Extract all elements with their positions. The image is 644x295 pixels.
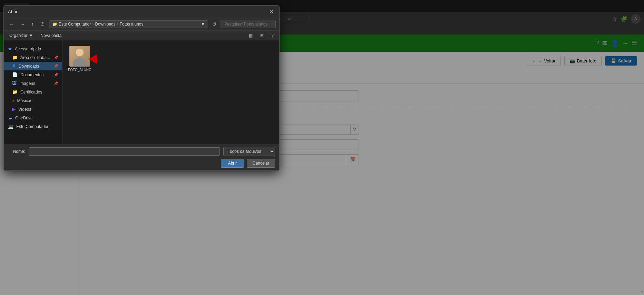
path-root: Este Computador [59, 22, 91, 27]
file-open-dialog: Abrir ✕ ← → ↑ ⏱ 📁 Este Computador › Down… [3, 5, 280, 171]
dialog-up-btn[interactable]: ↑ [29, 20, 36, 28]
path-dropdown-icon: ▼ [201, 22, 205, 27]
dialog-path[interactable]: 📁 Este Computador › Downloads › Fotos al… [49, 20, 208, 28]
file-grid: FOTO_ALUNO [66, 44, 276, 74]
file-item-foto-aluno[interactable]: FOTO_ALUNO [66, 44, 94, 74]
sidebar-downloads[interactable]: ⬇ Downloads 📌 [4, 62, 62, 70]
dialog-title: Abrir [8, 9, 17, 14]
documents-label: Documentos [20, 72, 43, 77]
dialog-body: ★ Acesso rápido 📁 Área de Traba... 📌 ⬇ D… [4, 40, 279, 144]
pin-icon: 📌 [54, 56, 58, 59]
pc-icon: 💻 [8, 124, 13, 129]
music-label: Músicas [17, 98, 32, 103]
dialog-sidebar: ★ Acesso rápido 📁 Área de Traba... 📌 ⬇ D… [4, 40, 62, 144]
dialog-forward-btn[interactable]: → [18, 20, 27, 28]
dialog-main: FOTO_ALUNO [62, 40, 279, 144]
organize-btn[interactable]: Organizar ▼ [7, 32, 35, 39]
view-grid-btn[interactable]: ▦ [247, 32, 255, 39]
cancel-button[interactable]: Cancelar [247, 159, 275, 168]
downloads-icon: ⬇ [12, 63, 16, 69]
dialog-close-btn[interactable]: ✕ [268, 8, 275, 15]
sidebar-quick-access[interactable]: ★ Acesso rápido [4, 45, 62, 53]
sidebar-desktop[interactable]: 📁 Área de Traba... 📌 [4, 53, 62, 62]
certs-icon: 📁 [12, 89, 18, 95]
person-photo [69, 46, 90, 67]
dialog-search-input[interactable] [221, 20, 276, 28]
organize-label: Organizar [9, 33, 28, 38]
organize-chevron: ▼ [29, 33, 33, 38]
certs-label: Certificados [20, 90, 42, 95]
quick-access-section: ★ Acesso rápido 📁 Área de Traba... 📌 ⬇ D… [4, 43, 62, 132]
file-thumbnail [69, 46, 90, 67]
pin-icon: 📌 [54, 81, 58, 85]
footer-name-input[interactable] [29, 147, 220, 156]
dialog-back-btn[interactable]: ← [7, 20, 16, 28]
sidebar-videos[interactable]: ▶ Vídeos [4, 105, 62, 114]
footer-type-select[interactable]: Todos os arquivos [223, 147, 275, 156]
red-arrow-indicator [89, 54, 97, 64]
new-folder-btn[interactable]: Nova pasta [39, 32, 64, 39]
videos-label: Vídeos [18, 107, 31, 112]
open-button[interactable]: Abrir [221, 159, 244, 168]
help-dialog-btn[interactable]: ? [269, 32, 276, 39]
sidebar-images[interactable]: 🖼 Imagens 📌 [4, 79, 62, 88]
sidebar-documents[interactable]: 📄 Documentos 📌 [4, 70, 62, 79]
footer-name-row: Nome: Todos os arquivos [8, 147, 275, 156]
onedrive-label: OneDrive [15, 116, 33, 120]
dialog-recent-btn[interactable]: ⏱ [38, 20, 47, 28]
path-icon: 📁 [52, 22, 57, 27]
path-fotos: Fotos alunos [120, 22, 144, 27]
quick-access-label: Acesso rápido [15, 47, 41, 51]
sidebar-certs[interactable]: 📁 Certificados [4, 88, 62, 96]
desktop-icon: 📁 [12, 55, 18, 60]
dialog-overlay: Abrir ✕ ← → ↑ ⏱ 📁 Este Computador › Down… [0, 0, 644, 295]
path-downloads: Downloads [95, 22, 115, 27]
dialog-nav-toolbar: ← → ↑ ⏱ 📁 Este Computador › Downloads › … [4, 18, 279, 30]
videos-icon: ▶ [12, 107, 16, 112]
sidebar-this-pc[interactable]: 💻 Este Computador [4, 122, 62, 131]
quick-access-icon: ★ [8, 46, 12, 51]
dialog-footer: Nome: Todos os arquivos Abrir Cancelar ⠿ [4, 144, 279, 170]
sidebar-music[interactable]: ♪ Músicas [4, 96, 62, 105]
sidebar-onedrive[interactable]: ☁ OneDrive [4, 114, 62, 122]
file-name: FOTO_ALUNO [68, 68, 91, 72]
documents-icon: 📄 [12, 72, 18, 77]
dialog-titlebar: Abrir ✕ [4, 6, 279, 18]
pin-icon: 📌 [54, 73, 58, 77]
music-icon: ♪ [12, 98, 14, 103]
footer-buttons: Abrir Cancelar [8, 159, 275, 168]
desktop-label: Área de Traba... [20, 55, 50, 60]
footer-name-label: Nome: [8, 149, 25, 154]
onedrive-icon: ☁ [8, 115, 12, 120]
dialog-refresh-btn[interactable]: ↺ [210, 20, 218, 28]
pin-icon: 📌 [54, 64, 58, 68]
downloads-label: Downloads [19, 64, 39, 69]
pc-label: Este Computador [16, 124, 48, 129]
images-icon: 🖼 [12, 81, 17, 86]
dialog-secondary-toolbar: Organizar ▼ Nova pasta ▦ ⊞ ? [4, 30, 279, 40]
images-label: Imagens [19, 81, 35, 86]
view-list-btn[interactable]: ⊞ [258, 32, 266, 39]
new-folder-label: Nova pasta [41, 33, 62, 38]
